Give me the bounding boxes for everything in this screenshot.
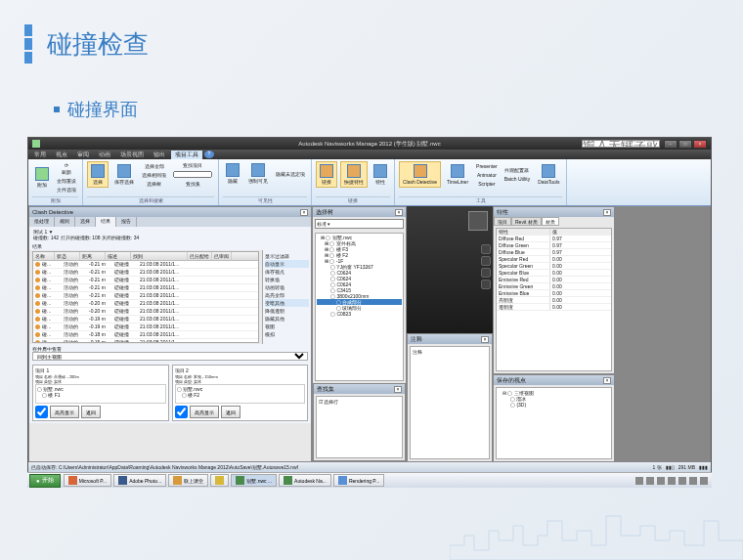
ribbon-clash[interactable]: Clash Detective [399,161,441,188]
tree-body[interactable]: ⊞ ▢ 别墅.nwc⊞ ▢ 室外标高⊞ ▢ 楼 F3⊞ ▢ 楼 F2⊞ ▢ -1… [315,233,404,381]
task-folder[interactable] [210,474,229,487]
minimize-button[interactable]: − [664,140,677,149]
ribbon-links[interactable]: 链接 [316,161,337,188]
task-class[interactable]: 联上课堂 [168,474,208,487]
menu-review[interactable]: 审阅 [73,151,93,159]
task-ppt[interactable]: Microsoft P... [64,474,112,487]
saved-viewpoints-panel: 保存的视点× ⊟ ▢ 三维视图 ▢ 溜冰 ▢ (3D) [493,374,615,462]
window-title: Autodesk Navisworks Manage 2012 (学生版) 别墅… [298,140,440,149]
menu-viewpoint[interactable]: 视点 [52,151,71,159]
ribbon-datatools[interactable]: DataTools [535,162,562,187]
table-row[interactable]: 碰...活动的-0.21 m硬碰撞21:03:08 2011/1... [33,292,258,300]
ribbon-quickfind[interactable] [171,170,214,179]
zoom-tool[interactable] [481,268,491,278]
table-row[interactable]: 碰...活动的-0.15 m硬碰撞21:03:08 2011/1... [33,339,258,343]
tray-icon[interactable] [668,477,676,485]
table-row[interactable]: 碰...活动的-0.21 m硬碰撞21:03:08 2011/1... [33,261,258,269]
task-ps[interactable]: Adobe Photo... [113,474,166,487]
tab-batch[interactable]: 批处理 [29,217,55,227]
tab-report[interactable]: 报告 [116,217,137,227]
ribbon-finditem[interactable]: 查找项目 [171,161,214,169]
close-icon[interactable]: × [395,209,403,216]
close-button[interactable]: × [693,140,707,149]
ribbon-appearcfg[interactable]: 外观配置器 [503,166,532,174]
tree-node[interactable]: ▢ C0823 [317,311,402,317]
start-button[interactable]: ● 开始 [29,474,61,488]
item2-hl[interactable]: 高亮显示 [190,406,219,418]
results-table: 名称 状态 距离 描述 找到 已分配给 已审阅 碰...活动的-0.21 m硬碰… [32,251,259,343]
tab-select[interactable]: 选择 [75,217,96,227]
table-row[interactable]: 碰...活动的-0.20 m硬碰撞21:03:08 2011/1... [33,300,258,308]
table-row[interactable]: 碰...活动的-0.19 m硬碰撞21:03:08 2011/1... [33,323,258,331]
subtitle-text: 碰撞界面 [67,98,138,121]
task-nw[interactable]: Autodesk Na... [279,474,331,487]
ribbon-forcevis[interactable]: 强制可见 [245,161,271,186]
ribbon-findset[interactable]: 查找集 [171,180,214,188]
statusbar: 已自动保存: C:\Users\Administrator\AppData\Ro… [28,462,711,472]
tab-results[interactable]: 结果 [96,217,116,227]
tree-title: 选择树 [316,208,333,217]
ribbon-refresh[interactable]: ⟳ 刷新 [55,161,78,176]
tray-icon[interactable] [646,477,654,485]
viewport-3d[interactable]: 注释× 注释 [407,206,493,462]
system-tray[interactable] [632,477,712,485]
walk-tool[interactable] [481,280,491,289]
ribbon-tree[interactable]: 选择树 [140,180,168,188]
help-button[interactable]: ? [204,151,214,158]
menu-scene[interactable]: 场景视图 [116,151,148,159]
ribbon-presenter[interactable]: Presenter [474,162,500,170]
comment-panel: 注释× 注释 [407,333,493,462]
ribbon-quickprops[interactable]: 快捷特性 [340,161,368,188]
table-row[interactable]: 碰...活动的-0.21 m硬碰撞21:03:08 2011/1... [33,284,258,292]
search-input[interactable] [582,140,660,148]
tray-icon[interactable] [657,477,665,485]
item2-back[interactable]: 返回 [221,406,240,418]
props-tab-material[interactable]: 材质 [542,217,559,226]
tray-icon[interactable] [635,477,643,485]
ribbon-savesel[interactable]: 保存选择 [111,162,137,187]
ribbon-props[interactable]: 特性 [371,162,390,187]
menu-output[interactable]: 输出 [150,151,169,159]
orbit-tool[interactable] [481,244,491,254]
ribbon-selsame[interactable]: 选择相同项 [140,171,168,179]
pan-tool[interactable] [481,256,491,266]
tree-mode-select[interactable]: 标准 ▾ [315,219,404,229]
table-row[interactable]: 碰...活动的-0.19 m硬碰撞21:03:08 2011/1... [33,316,258,323]
viewcube[interactable] [468,211,488,231]
tray-icon[interactable] [700,477,708,485]
menu-anim[interactable]: 动画 [95,151,114,159]
ribbon-hideunsel[interactable]: 隐藏未选定项 [274,170,307,178]
clash-title: Clash Detective [32,209,73,215]
window-titlebar[interactable]: Autodesk Navisworks Manage 2012 (学生版) 别墅… [28,138,711,150]
ribbon-select[interactable]: 选择 [87,161,109,188]
ribbon-reset[interactable]: 全部重设 [55,177,78,185]
props-tab-item[interactable]: 项目 [494,217,511,226]
props-row: 透明度0.00 [497,304,611,311]
ribbon-selall[interactable]: 选择全部 [140,162,168,170]
item1-back[interactable]: 返回 [81,406,101,418]
review-select[interactable]: 回到主视图 [32,352,308,361]
ribbon-timeliner[interactable]: TimeLiner [444,162,471,187]
table-row[interactable]: 碰...活动的-0.20 m硬碰撞21:03:08 2011/1... [33,308,258,316]
item1-hl[interactable]: 高亮显示 [50,406,79,418]
maximize-button[interactable]: □ [678,140,692,149]
task-render[interactable]: Rendering P... [333,474,384,487]
table-row[interactable]: 碰...活动的-0.21 m硬碰撞21:03:08 2011/1... [33,277,258,284]
menu-home[interactable]: 常用 [30,151,50,159]
tray-icon[interactable] [689,477,697,485]
ribbon-hide[interactable]: 隐藏 [223,161,242,186]
ribbon-animator[interactable]: Animator [474,171,500,179]
table-row[interactable]: 碰...活动的-0.18 m硬碰撞21:03:08 2011/1... [33,331,258,339]
close-icon[interactable]: × [300,209,308,216]
ribbon-append[interactable]: 附加 [32,165,52,190]
ribbon-fileopt[interactable]: 文件选项 [55,186,78,194]
table-row[interactable]: 碰...活动的-0.21 m硬碰撞21:03:08 2011/1... [33,269,258,277]
tab-rules[interactable]: 规则 [55,217,75,227]
props-tab-revit[interactable]: Revit 材质 [511,217,542,226]
menu-tools[interactable]: 项目工具 [171,151,202,159]
task-nwc[interactable]: 别墅.nwc ... [231,474,277,487]
tray-icon[interactable] [678,477,686,485]
ribbon-scripter[interactable]: Scripter [474,180,500,188]
navisworks-window: Autodesk Navisworks Manage 2012 (学生版) 别墅… [27,137,712,479]
ribbon-batch[interactable]: Batch Utility [503,175,532,183]
